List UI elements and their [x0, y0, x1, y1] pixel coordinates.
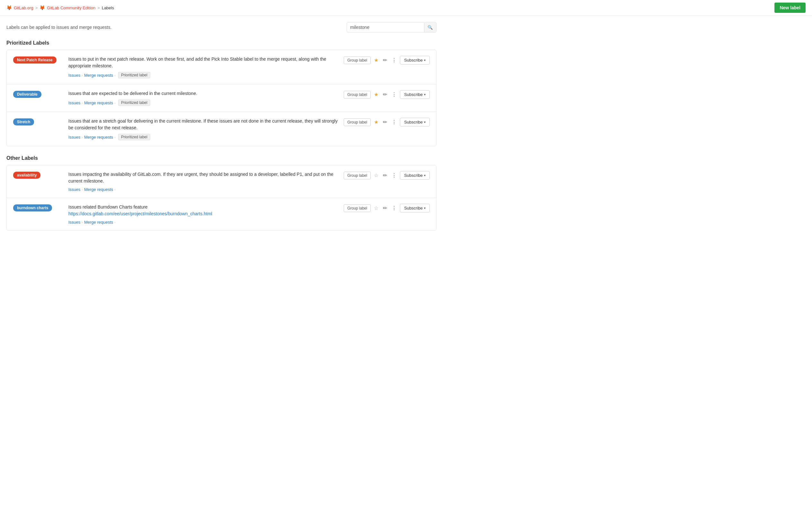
other-labels-section: Other Labels availability Issues impacti…	[6, 155, 436, 231]
subscribe-button-availability[interactable]: Subscribe ▾	[400, 171, 430, 180]
label-badge-col: burndown charts	[13, 204, 64, 211]
chevron-down-icon: ▾	[424, 93, 425, 96]
search-icon: 🔍	[427, 25, 433, 30]
group-label-badge-burndown: Group label	[344, 204, 371, 212]
prioritized-badge-stretch: Prioritized label	[118, 134, 150, 140]
label-badge-col: Next Patch Release	[13, 56, 64, 63]
table-row: burndown charts Issues related Burndown …	[7, 198, 436, 231]
breadcrumb-link-ce[interactable]: GitLab Community Edition	[47, 5, 95, 10]
star-button-availability[interactable]: ☆	[373, 171, 380, 180]
more-button-availability[interactable]: ⋮	[390, 171, 398, 180]
edit-button-burndown[interactable]: ✏	[382, 204, 388, 212]
other-section-title: Other Labels	[6, 155, 436, 161]
subscribe-button-next-patch[interactable]: Subscribe ▾	[400, 56, 430, 64]
subscribe-label-next-patch: Subscribe	[404, 58, 423, 62]
group-label-badge-deliverable: Group label	[344, 91, 371, 99]
breadcrumb-sep-2: >	[97, 5, 100, 10]
label-actions-stretch: Group label ★ ✏ ⋮ Subscribe ▾	[344, 118, 430, 127]
label-badge-col: Deliverable	[13, 90, 64, 98]
dot-sep: ·	[82, 135, 83, 139]
breadcrumb-link-org[interactable]: GitLab.org	[14, 5, 33, 10]
edit-button-availability[interactable]: ✏	[382, 171, 388, 180]
dot-sep: ·	[82, 100, 83, 105]
issues-link-deliverable[interactable]: Issues	[68, 100, 81, 105]
label-content-burndown: Issues related Burndown Charts feature h…	[64, 204, 344, 225]
search-button[interactable]: 🔍	[424, 23, 436, 32]
search-input[interactable]	[347, 23, 424, 32]
issues-link-next-patch[interactable]: Issues	[68, 73, 81, 78]
top-row: Labels can be applied to issues and merg…	[6, 22, 436, 32]
merge-requests-link-burndown[interactable]: Merge requests	[84, 220, 113, 225]
edit-button-deliverable[interactable]: ✏	[382, 90, 388, 99]
merge-requests-link-stretch[interactable]: Merge requests	[84, 135, 113, 139]
label-badge-col: availability	[13, 171, 64, 179]
star-button-next-patch[interactable]: ★	[373, 56, 380, 64]
label-actions-burndown: Group label ☆ ✏ ⋮ Subscribe ▾	[344, 204, 430, 212]
more-button-burndown[interactable]: ⋮	[390, 204, 398, 212]
prioritized-section-title: Prioritized Labels	[6, 40, 436, 46]
breadcrumb: 🦊 GitLab.org > 🦊 GitLab Community Editio…	[6, 5, 114, 10]
header-bar: 🦊 GitLab.org > 🦊 GitLab Community Editio…	[0, 0, 812, 16]
merge-requests-link-next-patch[interactable]: Merge requests	[84, 73, 113, 78]
label-actions-deliverable: Group label ★ ✏ ⋮ Subscribe ▾	[344, 90, 430, 99]
label-actions-availability: Group label ☆ ✏ ⋮ Subscribe ▾	[344, 171, 430, 180]
group-label-badge-next-patch: Group label	[344, 57, 371, 64]
label-links-burndown: Issues · Merge requests ·	[68, 220, 340, 225]
label-links-availability: Issues · Merge requests ·	[68, 187, 340, 192]
dot-sep: ·	[82, 187, 83, 192]
issues-link-burndown[interactable]: Issues	[68, 220, 81, 225]
more-button-next-patch[interactable]: ⋮	[390, 56, 398, 64]
star-button-burndown[interactable]: ☆	[373, 204, 380, 212]
subscribe-label-stretch: Subscribe	[404, 120, 423, 124]
subscribe-button-stretch[interactable]: Subscribe ▾	[400, 118, 430, 127]
issues-link-stretch[interactable]: Issues	[68, 135, 81, 139]
table-row: Deliverable Issues that are expected to …	[7, 84, 436, 112]
dot-sep-2: ·	[115, 220, 116, 225]
breadcrumb-current: Labels	[102, 5, 114, 10]
search-box: 🔍	[347, 22, 436, 32]
edit-button-stretch[interactable]: ✏	[382, 118, 388, 127]
group-label-badge-availability: Group label	[344, 172, 371, 179]
prioritized-badge-deliverable: Prioritized label	[118, 100, 150, 106]
chevron-down-icon: ▾	[424, 58, 425, 62]
label-description-burndown: Issues related Burndown Charts feature h…	[68, 204, 340, 217]
star-button-stretch[interactable]: ★	[373, 118, 380, 127]
label-content-next-patch: Issues to put in the next patch release.…	[64, 56, 344, 78]
chevron-down-icon: ▾	[424, 174, 425, 177]
label-content-deliverable: Issues that are expected to be delivered…	[64, 90, 344, 106]
subscribe-label-burndown: Subscribe	[404, 206, 423, 210]
new-label-button[interactable]: New label	[774, 3, 806, 13]
label-description-availability: Issues impacting the availability of Git…	[68, 171, 340, 184]
label-description-deliverable: Issues that are expected to be delivered…	[68, 90, 340, 97]
merge-requests-link-deliverable[interactable]: Merge requests	[84, 100, 113, 105]
issues-link-availability[interactable]: Issues	[68, 187, 81, 192]
subscribe-button-deliverable[interactable]: Subscribe ▾	[400, 90, 430, 99]
more-button-stretch[interactable]: ⋮	[390, 118, 398, 127]
more-button-deliverable[interactable]: ⋮	[390, 90, 398, 99]
label-description-stretch: Issues that are a stretch goal for deliv…	[68, 118, 340, 131]
label-content-stretch: Issues that are a stretch goal for deliv…	[64, 118, 344, 140]
subscribe-button-burndown[interactable]: Subscribe ▾	[400, 204, 430, 212]
table-row: availability Issues impacting the availa…	[7, 165, 436, 198]
chevron-down-icon: ▾	[424, 206, 425, 210]
label-badge-deliverable: Deliverable	[13, 91, 41, 98]
gitlab-icon-1: 🦊	[6, 5, 12, 10]
page-description: Labels can be applied to issues and merg…	[6, 25, 112, 30]
edit-button-next-patch[interactable]: ✏	[382, 56, 388, 64]
star-button-deliverable[interactable]: ★	[373, 90, 380, 99]
dot-sep: ·	[82, 220, 83, 225]
label-content-availability: Issues impacting the availability of Git…	[64, 171, 344, 192]
dot-sep-2: ·	[115, 135, 116, 139]
subscribe-label-deliverable: Subscribe	[404, 92, 423, 97]
gitlab-icon-2: 🦊	[40, 5, 45, 10]
dot-sep-2: ·	[115, 100, 116, 105]
label-badge-burndown: burndown charts	[13, 204, 52, 211]
label-description-next-patch: Issues to put in the next patch release.…	[68, 56, 340, 69]
label-links-deliverable: Issues · Merge requests · Prioritized la…	[68, 100, 340, 106]
merge-requests-link-availability[interactable]: Merge requests	[84, 187, 113, 192]
label-links-next-patch: Issues · Merge requests · Prioritized la…	[68, 72, 340, 78]
label-badge-next-patch: Next Patch Release	[13, 57, 57, 63]
label-badge-stretch: Stretch	[13, 118, 34, 125]
burndown-docs-link[interactable]: https://docs.gitlab.com/ee/user/project/…	[68, 211, 212, 216]
dot-sep-2: ·	[115, 187, 116, 192]
